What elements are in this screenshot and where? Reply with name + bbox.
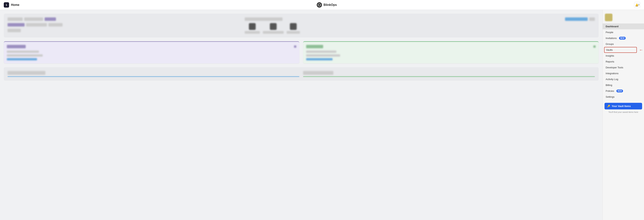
stat-1 bbox=[245, 23, 260, 34]
sidebar-item-settings[interactable]: Settings bbox=[602, 94, 644, 100]
green-card bbox=[303, 41, 599, 63]
row-3 bbox=[8, 29, 241, 32]
sidebar-item-label: Invitations bbox=[606, 37, 617, 40]
sidebar-item-label: Dashboard bbox=[606, 25, 618, 28]
bottom-left bbox=[8, 71, 299, 77]
blurred-text-10 bbox=[589, 18, 595, 21]
stat-icon-3 bbox=[290, 23, 297, 30]
green-card-body bbox=[306, 51, 596, 60]
purple-card bbox=[4, 41, 299, 63]
purple-text-1 bbox=[7, 51, 39, 53]
stat-label-1 bbox=[245, 31, 260, 34]
brand-icon bbox=[317, 2, 322, 8]
purple-text-2 bbox=[7, 54, 43, 57]
green-card-icon bbox=[593, 45, 596, 48]
sidebar-item-label: Settings bbox=[606, 95, 614, 98]
sidebar-item-label: Policies bbox=[606, 89, 614, 92]
sidebar-item-reports[interactable]: Reports bbox=[602, 59, 644, 65]
bottom-right bbox=[303, 71, 595, 77]
blurred-text-8 bbox=[245, 18, 282, 21]
sidebar-item-label: Activity Log bbox=[606, 78, 618, 81]
row-2 bbox=[8, 23, 241, 27]
vault-button-container: 🔑 Your Vault Items bbox=[604, 103, 642, 109]
sidebar-item-groups[interactable]: Groups bbox=[602, 41, 644, 47]
sidebar-item-people[interactable]: People bbox=[602, 29, 644, 35]
top-left-panel bbox=[8, 18, 241, 34]
sidebar-item-label: Vaults bbox=[606, 48, 613, 51]
blurred-text-1 bbox=[8, 18, 23, 21]
green-card-title bbox=[306, 45, 323, 48]
bottom-right-bar bbox=[303, 76, 595, 77]
purple-card-body bbox=[7, 51, 296, 60]
header-left: 1 Home bbox=[4, 2, 19, 8]
sidebar-item-invitations[interactable]: Invitations NEW bbox=[602, 35, 644, 41]
sidebar-item-developer-tools[interactable]: Developer Tools bbox=[602, 65, 644, 70]
sidebar-item-dashboard[interactable]: Dashboard bbox=[602, 24, 644, 29]
header-right: 🔔 0 bbox=[634, 2, 640, 8]
top-right-panel bbox=[245, 18, 595, 34]
blurred-text-7 bbox=[8, 29, 21, 32]
stat-label-2 bbox=[263, 31, 284, 34]
main-layout: Dashboard People Invitations NEW Groups … bbox=[0, 10, 644, 220]
invitations-badge: NEW bbox=[619, 37, 626, 40]
bottom-row bbox=[4, 67, 599, 81]
sidebar-item-insights[interactable]: Insights bbox=[602, 53, 644, 59]
vault-key-icon: 🔑 bbox=[607, 105, 610, 107]
vault-button-subtitle: You'll find your saved items here bbox=[604, 111, 642, 113]
green-text-1 bbox=[306, 51, 336, 53]
sidebar-item-label: Groups bbox=[606, 43, 614, 45]
blurred-text-3 bbox=[44, 18, 56, 21]
vault-button-label: Your Vault Items bbox=[612, 105, 631, 107]
sidebar-item-label: Developer Tools bbox=[606, 66, 623, 69]
top-right-row1 bbox=[245, 18, 595, 21]
green-card-header bbox=[306, 45, 596, 48]
arrow-right-icon: ← bbox=[639, 48, 643, 52]
blurred-text-2 bbox=[24, 18, 43, 21]
stat-label-3 bbox=[287, 31, 300, 34]
stats-row bbox=[245, 23, 595, 34]
top-section bbox=[4, 14, 599, 38]
vault-button[interactable]: 🔑 Your Vault Items bbox=[604, 103, 642, 109]
main-content bbox=[0, 10, 602, 220]
blurred-text-9 bbox=[565, 18, 588, 21]
vaults-row: Vaults ← bbox=[602, 47, 644, 53]
sidebar-item-policies[interactable]: Policies NEW bbox=[602, 88, 644, 94]
green-text-2 bbox=[306, 54, 340, 57]
blurred-text-4 bbox=[8, 23, 24, 27]
sidebar-item-activity-log[interactable]: Activity Log bbox=[602, 76, 644, 82]
sidebar-item-vaults[interactable]: Vaults bbox=[604, 47, 637, 53]
header: 1 Home BlinkOps 🔔 0 bbox=[0, 0, 644, 10]
notification-count: 0 bbox=[638, 4, 640, 6]
stat-3 bbox=[287, 23, 300, 34]
notification-bell[interactable]: 🔔 0 bbox=[634, 2, 640, 8]
policies-badge: NEW bbox=[616, 89, 623, 92]
stat-icon-2 bbox=[270, 23, 277, 30]
purple-card-header bbox=[7, 45, 296, 48]
sidebar-item-label: Insights bbox=[606, 54, 614, 57]
sidebar-item-label: Billing bbox=[606, 84, 612, 86]
bottom-left-bar bbox=[8, 76, 299, 77]
page-title: Home bbox=[11, 3, 19, 7]
green-text-3 bbox=[306, 58, 332, 60]
cards-row bbox=[4, 41, 599, 63]
stat-icon-1 bbox=[249, 23, 256, 30]
purple-text-3 bbox=[7, 58, 37, 60]
purple-card-icon bbox=[294, 45, 296, 48]
bottom-right-title bbox=[303, 71, 333, 75]
bottom-left-title bbox=[8, 71, 45, 75]
sidebar-item-label: Integrations bbox=[606, 72, 618, 75]
app-logo: 1 bbox=[4, 2, 9, 8]
row-1 bbox=[8, 18, 241, 21]
avatar bbox=[605, 14, 612, 21]
purple-card-title bbox=[7, 45, 26, 48]
brand-name: BlinkOps bbox=[324, 3, 337, 7]
sidebar: Dashboard People Invitations NEW Groups … bbox=[602, 10, 644, 220]
blurred-text-6 bbox=[48, 23, 62, 27]
sidebar-item-integrations[interactable]: Integrations bbox=[602, 70, 644, 76]
sidebar-item-label: Reports bbox=[606, 60, 614, 63]
blurred-text-5 bbox=[26, 23, 47, 27]
sidebar-item-label: People bbox=[606, 31, 613, 34]
sidebar-item-billing[interactable]: Billing bbox=[602, 82, 644, 88]
stat-2 bbox=[263, 23, 284, 34]
header-center: BlinkOps bbox=[19, 2, 634, 8]
